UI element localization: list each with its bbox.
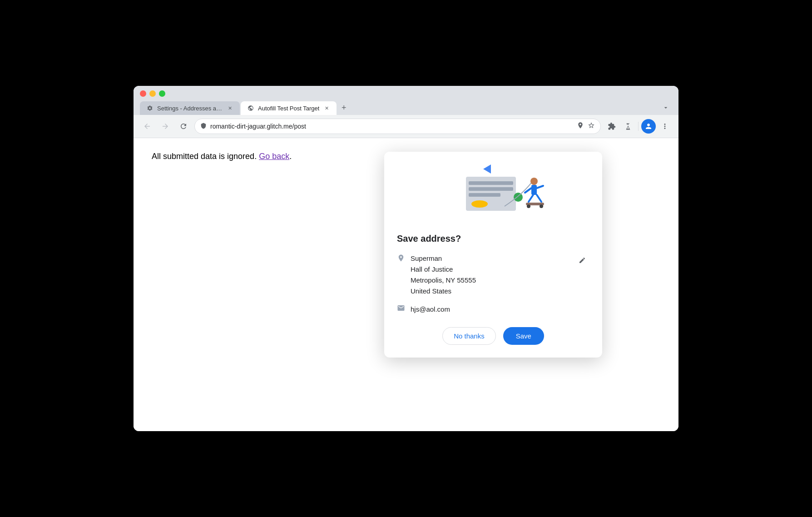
security-icon xyxy=(200,123,207,130)
tab-dropdown-button[interactable] xyxy=(659,101,672,114)
title-bar: Settings - Addresses and mo ✕ Autofill T… xyxy=(134,86,678,115)
svg-point-14 xyxy=(527,204,530,208)
back-button[interactable] xyxy=(140,119,154,134)
toolbar-right xyxy=(604,119,672,134)
save-address-dialog: × xyxy=(384,152,602,358)
dialog-body: Save address? Superman Hall of Justice M… xyxy=(384,224,602,358)
url-display: romantic-dirt-jaguar.glitch.me/post xyxy=(210,123,573,130)
extensions-button[interactable] xyxy=(604,119,619,134)
dialog-actions: No thanks Save xyxy=(397,327,589,345)
address-line3: United States xyxy=(411,286,569,297)
svg-rect-3 xyxy=(469,193,500,197)
address-row: Superman Hall of Justice Metropolis, NY … xyxy=(397,253,589,297)
svg-line-10 xyxy=(537,195,541,202)
tab-autofill[interactable]: Autofill Test Post Target ✕ xyxy=(241,101,337,115)
menu-button[interactable] xyxy=(658,119,672,134)
tab-settings[interactable]: Settings - Addresses and mo ✕ xyxy=(140,101,240,115)
tab-settings-close[interactable]: ✕ xyxy=(226,104,233,112)
svg-line-12 xyxy=(537,186,543,188)
toolbar: romantic-dirt-jaguar.glitch.me/post xyxy=(134,115,678,138)
traffic-lights xyxy=(140,90,672,97)
email-icon xyxy=(397,304,405,314)
email-value: hjs@aol.com xyxy=(411,305,450,313)
maximize-traffic-light[interactable] xyxy=(159,90,165,97)
new-tab-button[interactable]: + xyxy=(337,101,350,114)
svg-rect-2 xyxy=(469,187,513,191)
reload-button[interactable] xyxy=(176,119,191,134)
dialog-title: Save address? xyxy=(397,234,589,244)
go-back-link[interactable]: Go back xyxy=(259,152,289,161)
tab-settings-label: Settings - Addresses and mo xyxy=(157,105,223,112)
close-traffic-light[interactable] xyxy=(140,90,146,97)
dialog-illustration xyxy=(384,152,602,224)
address-name: Superman xyxy=(411,253,569,264)
edit-address-button[interactable] xyxy=(575,253,589,268)
toolbar-divider xyxy=(638,122,639,131)
minimize-traffic-light[interactable] xyxy=(149,90,156,97)
gear-icon xyxy=(146,104,153,112)
svg-point-6 xyxy=(471,200,488,208)
svg-rect-1 xyxy=(469,181,513,185)
save-button[interactable]: Save xyxy=(503,327,544,345)
svg-line-9 xyxy=(529,195,533,202)
svg-point-15 xyxy=(540,204,543,208)
svg-point-7 xyxy=(530,178,538,185)
forward-button[interactable] xyxy=(158,119,173,134)
no-thanks-button[interactable]: No thanks xyxy=(442,327,496,345)
address-text: Superman Hall of Justice Metropolis, NY … xyxy=(411,253,569,297)
email-row: hjs@aol.com xyxy=(397,304,589,314)
tabs-row: Settings - Addresses and mo ✕ Autofill T… xyxy=(140,101,672,115)
svg-point-5 xyxy=(514,193,523,202)
svg-marker-4 xyxy=(483,164,491,174)
profile-button[interactable] xyxy=(641,119,656,134)
page-content: All submitted data is ignored. Go back. … xyxy=(134,138,678,431)
location-icon[interactable] xyxy=(577,122,584,131)
browser-window: Settings - Addresses and mo ✕ Autofill T… xyxy=(134,86,678,431)
address-line2: Metropolis, NY 55555 xyxy=(411,275,569,286)
tab-autofill-close[interactable]: ✕ xyxy=(323,104,330,112)
labs-button[interactable] xyxy=(621,119,635,134)
location-pin-icon xyxy=(397,254,405,264)
tab-autofill-label: Autofill Test Post Target xyxy=(258,105,319,112)
bookmark-icon[interactable] xyxy=(588,122,595,131)
svg-rect-8 xyxy=(531,185,537,195)
globe-icon xyxy=(247,104,254,112)
address-line1: Hall of Justice xyxy=(411,264,569,275)
omnibox[interactable]: romantic-dirt-jaguar.glitch.me/post xyxy=(194,119,601,134)
